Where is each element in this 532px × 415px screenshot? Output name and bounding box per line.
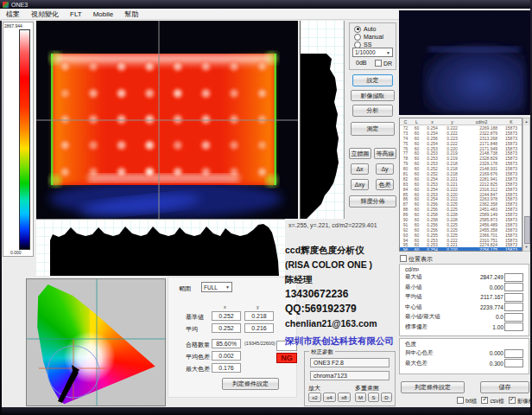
stat-threshold-input[interactable]: [504, 322, 523, 331]
position-toggle[interactable]: 位置表示: [400, 255, 433, 264]
save-button[interactable]: 儲存: [480, 381, 529, 393]
cie-diagram-panel[interactable]: [26, 278, 166, 406]
stat-row: 標準偏差1.00: [400, 322, 529, 333]
mode-radio-auto[interactable]: Auto: [354, 25, 383, 33]
camera-thumbnail[interactable]: [399, 10, 530, 115]
menu-item-4[interactable]: 幫助: [124, 10, 138, 19]
multiview-button-d[interactable]: D: [381, 393, 392, 402]
table-header-cell: L: [411, 119, 422, 124]
multi-label: 多重畫面: [355, 384, 379, 393]
result-badge: NG: [276, 353, 297, 363]
delta-x-button[interactable]: Δx: [351, 163, 369, 175]
save-option-1[interactable]: csv檔: [481, 397, 504, 405]
ref-x-field[interactable]: 0.252: [212, 311, 241, 321]
contact-line-5[interactable]: chenlian21@163.com: [285, 316, 377, 331]
view3d-button[interactable]: 立體圖: [349, 148, 371, 159]
multiview-button-s[interactable]: S: [368, 393, 379, 402]
stat-threshold-input[interactable]: [504, 273, 523, 282]
chevron-down-icon: ▼: [386, 50, 390, 55]
table-header: CLxycd/m2K: [400, 118, 522, 125]
capture-button[interactable]: 影像擷取: [351, 90, 395, 101]
scroll-up-icon[interactable]: ▲: [523, 118, 529, 125]
stat-threshold-input[interactable]: [504, 349, 523, 358]
stat-threshold-input[interactable]: [504, 303, 523, 311]
window-frame-bottom: [0, 407, 532, 415]
contour-button[interactable]: 等高線: [374, 148, 396, 159]
stat-threshold-input[interactable]: [504, 283, 523, 291]
calibration-field-1[interactable]: ONE3 F2.8: [310, 358, 390, 367]
table-header-cell: cd/m2: [462, 119, 501, 124]
stat-row: 中心値2239.774: [400, 303, 529, 313]
avg-y-field[interactable]: 0.216: [244, 323, 274, 333]
checkbox-icon: [400, 255, 407, 262]
dr-checkbox[interactable]: DR: [375, 60, 392, 67]
calibration-group: 校正參數 ONE3 F2.8 chroma7123 放大 x2x4x8 多重畫面…: [304, 351, 396, 406]
table-row[interactable]: 96600.2540.2202256.17515873: [400, 247, 522, 252]
measure-button[interactable]: 測定: [351, 122, 395, 136]
colordiff-button[interactable]: 色差: [376, 179, 394, 190]
title-bar[interactable]: ONE3: [0, 0, 532, 9]
thermal-image[interactable]: [36, 21, 298, 219]
checkbox-icon: [481, 397, 488, 404]
analyze-button[interactable]: 分析: [352, 105, 393, 117]
judge-settings-button[interactable]: 判定條件設定: [401, 381, 465, 393]
zoom-label: 放大: [308, 384, 320, 393]
shutter-select[interactable]: 1/10000▼: [352, 48, 393, 57]
contact-line-0: ccd辉度色度分析仪: [285, 243, 377, 258]
gain-label: 0dB: [356, 60, 366, 66]
judge-settings-button-2[interactable]: 判定條件設定: [222, 378, 279, 390]
menu-item-0[interactable]: 檔案: [6, 10, 20, 19]
mode-radio-manual[interactable]: Manual: [354, 33, 383, 41]
contact-line-1: (RISA COLOR ONE ): [285, 258, 377, 272]
menu-item-2[interactable]: FLT: [70, 10, 82, 18]
max-diff-label: 最大色差: [186, 365, 210, 374]
table-header-cell: y: [442, 119, 462, 124]
zoom-button-x8[interactable]: x8: [338, 393, 351, 402]
avg-x-field[interactable]: 0.252: [212, 323, 241, 333]
col-y-label: y: [256, 304, 259, 310]
multiview-button-m[interactable]: M: [355, 393, 366, 402]
checkbox-icon: [375, 60, 382, 67]
table-header-cell: x: [422, 119, 442, 124]
chroma-title: 色度: [400, 339, 529, 348]
scroll-down-icon[interactable]: ▼: [523, 244, 529, 251]
delta-xy-button[interactable]: Δxy: [351, 179, 369, 190]
luminance-dist-button[interactable]: 輝度分佈: [349, 195, 396, 208]
range-select[interactable]: FULL▼: [201, 282, 232, 292]
pass-detail: (19345/22600): [244, 341, 276, 346]
table-scrollbar[interactable]: ▲ ▼: [522, 118, 530, 252]
stat-row: 平均値2117.167: [400, 292, 529, 303]
avg-label: 平均: [186, 325, 198, 334]
menu-item-3[interactable]: Mobile: [93, 10, 114, 18]
colorbar-max: 2867.944: [4, 23, 22, 29]
delta-y-button[interactable]: Δy: [376, 163, 394, 175]
stat-row: 最大値2847.249: [400, 272, 529, 283]
table-body: 72600.2540.2222269.1881587373600.2540.22…: [400, 125, 522, 252]
stat-row: 最小値0.000: [400, 283, 529, 293]
avg-diff-value: 0.002: [212, 351, 241, 361]
contact-line-4: QQ:569192379: [285, 302, 377, 316]
zoom-button-x2[interactable]: x2: [308, 393, 321, 402]
colorbar-panel: 2867.944 0.000: [3, 22, 34, 257]
cie-overlay: [27, 279, 165, 405]
company-name[interactable]: 深圳市跃创达科技有限公司: [285, 335, 394, 348]
measurement-table[interactable]: CLxycd/m2K 72600.2540.2222269.1881587373…: [399, 118, 522, 252]
stat-threshold-input[interactable]: [504, 293, 523, 302]
menu-item-1[interactable]: 視頻變化: [31, 10, 59, 19]
set-button[interactable]: 設定: [352, 74, 393, 86]
stat-threshold-input[interactable]: [504, 313, 523, 322]
stat-row: 與中心色差0.000: [400, 348, 529, 359]
save-option-0[interactable]: txt檔: [457, 397, 477, 405]
calibration-field-2[interactable]: chroma7123: [310, 371, 390, 380]
stat-row: 最大色差0.300: [400, 359, 529, 369]
range-label: 範圍: [179, 284, 191, 293]
table-header-cell: K: [501, 119, 522, 124]
stat-threshold-input[interactable]: [504, 359, 523, 367]
scrollbar-thumb[interactable]: [524, 216, 530, 244]
avg-diff-label: 平均色差: [186, 353, 210, 361]
cursor-readout: x=.255, y=.221, cd/m2=2229.401: [288, 222, 377, 228]
zoom-button-x4[interactable]: x4: [323, 393, 336, 402]
stat-row: 最小値/最大値0.0: [400, 312, 529, 322]
save-option-2[interactable]: 影像檔: [509, 397, 532, 405]
ref-y-field[interactable]: 0.218: [244, 311, 274, 321]
